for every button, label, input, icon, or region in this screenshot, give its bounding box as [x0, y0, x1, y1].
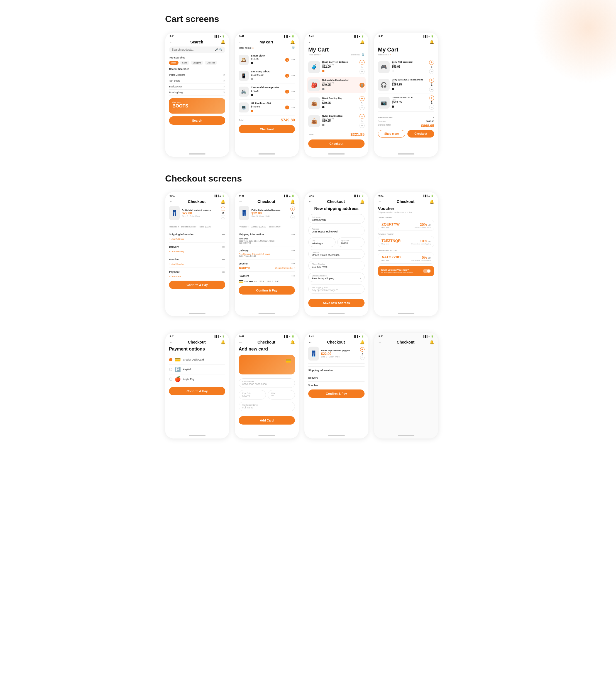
- back-arrow-icon[interactable]: ←: [308, 40, 312, 44]
- mic-icon[interactable]: 🎤: [215, 48, 218, 51]
- tag-joggers[interactable]: Joggers: [191, 61, 203, 65]
- bell-icon[interactable]: 🔔: [290, 199, 295, 204]
- voucher-card-2[interactable]: T3EZTNQR Daily used 10% off Discount on …: [378, 236, 434, 247]
- decrement-button[interactable]: −: [221, 215, 225, 219]
- search-button[interactable]: Search: [169, 116, 225, 125]
- more-options-icon[interactable]: •••: [291, 262, 295, 266]
- tag-dresses[interactable]: Dresses: [205, 61, 217, 65]
- more-options-icon[interactable]: •••: [291, 74, 295, 78]
- save-address-button[interactable]: Save new Address: [308, 299, 365, 307]
- back-arrow-icon[interactable]: ←: [308, 340, 312, 344]
- increment-button[interactable]: +: [290, 207, 295, 211]
- more-options-icon[interactable]: •••: [291, 90, 295, 94]
- remove-icon[interactable]: ✕: [223, 79, 225, 82]
- back-arrow-icon[interactable]: ←: [308, 199, 312, 204]
- confirm-pay-button[interactable]: Confirm & Pay: [169, 281, 225, 289]
- increment-button[interactable]: +: [360, 96, 365, 101]
- bell-icon[interactable]: 🔔: [290, 340, 295, 344]
- card-number-field[interactable]: Card Number 0000 0000 0000 0000: [239, 378, 295, 388]
- city-field[interactable]: City Wilmington: [308, 237, 335, 247]
- voucher-card-1[interactable]: ZQERTYW Daily used 20% off Discount on t…: [378, 220, 434, 231]
- increment-button[interactable]: +: [429, 60, 434, 65]
- back-arrow-icon[interactable]: ←: [378, 199, 382, 204]
- zip-field[interactable]: Zip Code 28405: [337, 237, 365, 247]
- radio-button[interactable]: [169, 378, 172, 381]
- shipping-method-field[interactable]: Shipping Method Free 2-day shipping ▾: [308, 272, 365, 282]
- more-options-icon[interactable]: •••: [222, 270, 225, 274]
- increment-button[interactable]: +: [429, 95, 434, 100]
- remove-icon[interactable]: ✕: [223, 91, 225, 94]
- delete-button[interactable]: 🗑️: [360, 83, 365, 88]
- decrement-button[interactable]: −: [429, 69, 434, 74]
- increment-button[interactable]: +: [221, 207, 225, 211]
- increment-button[interactable]: +: [360, 60, 365, 65]
- add-card-link[interactable]: + Add Card: [169, 275, 225, 278]
- increment-button[interactable]: +: [360, 114, 365, 119]
- voucher-card-3[interactable]: AATOZZ9O Daily used 5% off Discount on t…: [378, 253, 434, 264]
- search-icon[interactable]: 🔍: [219, 48, 222, 51]
- phone-field[interactable]: Phone Number 910-620-4045: [308, 261, 365, 270]
- bell-icon[interactable]: 🔔: [360, 199, 365, 204]
- remove-icon[interactable]: ✕: [223, 74, 225, 76]
- payment-option-card[interactable]: 💳 Credit / Debit Card: [169, 355, 225, 365]
- tag-bags[interactable]: Bags: [169, 61, 178, 65]
- exp-field[interactable]: Exp. Date MM/YY: [239, 390, 266, 399]
- decrement-button[interactable]: −: [429, 87, 434, 92]
- back-arrow-icon[interactable]: ←: [378, 40, 382, 44]
- cvv-field[interactable]: CVV •••: [268, 390, 295, 399]
- increment-button[interactable]: +: [360, 347, 365, 352]
- more-options-icon[interactable]: •••: [291, 233, 295, 236]
- more-options-icon[interactable]: •••: [222, 233, 225, 236]
- shipping-note-field[interactable]: Add shipping note Any special message ?: [308, 284, 365, 294]
- bell-icon[interactable]: 🔔: [221, 40, 225, 44]
- email-toggle[interactable]: [423, 269, 431, 273]
- decrement-button[interactable]: −: [360, 355, 365, 360]
- increment-button[interactable]: +: [429, 78, 434, 83]
- decrement-button[interactable]: −: [360, 123, 365, 128]
- remove-icon[interactable]: ✕: [223, 85, 225, 88]
- back-arrow-icon[interactable]: ←: [169, 340, 173, 344]
- tag-suits[interactable]: Suits: [180, 61, 189, 65]
- bell-icon[interactable]: 🔔: [360, 340, 365, 344]
- shop-more-button[interactable]: Shop more: [378, 130, 405, 138]
- search-input[interactable]: [172, 48, 215, 51]
- checkout-button[interactable]: Checkout: [239, 125, 295, 133]
- back-arrow-icon[interactable]: ←: [169, 199, 173, 204]
- bell-icon[interactable]: 🔔: [429, 199, 434, 204]
- back-arrow-icon[interactable]: ←: [239, 340, 242, 344]
- add-card-button[interactable]: Add Card: [239, 416, 295, 425]
- back-arrow-icon[interactable]: ←: [239, 199, 242, 204]
- bell-icon[interactable]: 🔔: [221, 199, 225, 204]
- add-voucher-link[interactable]: + Add Voucher: [169, 263, 225, 265]
- promo-banner[interactable]: Get urs BOOTS ›: [169, 98, 225, 114]
- address-field[interactable]: Address 2555 Happy Hollow Rd: [308, 226, 365, 235]
- more-options-icon[interactable]: •••: [222, 245, 225, 249]
- payment-option-apple[interactable]: 🍎 Apple Pay: [169, 375, 225, 384]
- country-field[interactable]: Country United States of America: [308, 249, 365, 259]
- more-options-icon[interactable]: •••: [222, 257, 225, 262]
- decrement-button[interactable]: −: [429, 105, 434, 110]
- use-another-voucher-link[interactable]: Use another voucher >: [275, 267, 295, 269]
- back-arrow-icon[interactable]: ←: [169, 40, 173, 44]
- card-name-field[interactable]: Cardholder Name Full name: [239, 402, 295, 411]
- more-options-icon[interactable]: •••: [291, 249, 295, 253]
- confirm-pay-button[interactable]: Confirm & Pay: [239, 286, 295, 295]
- back-arrow-icon[interactable]: ←: [378, 340, 382, 344]
- bell-icon[interactable]: 🔔: [429, 40, 434, 44]
- confirm-pay-button[interactable]: Confirm & Pay: [169, 387, 225, 395]
- more-options-icon[interactable]: •••: [291, 58, 295, 62]
- trash-icon[interactable]: 🗑️: [292, 47, 295, 49]
- radio-button[interactable]: [169, 368, 172, 371]
- decrement-button[interactable]: −: [360, 69, 365, 74]
- full-name-field[interactable]: Full Name Sarah Smith: [308, 214, 365, 224]
- more-options-icon[interactable]: •••: [291, 106, 295, 109]
- confirm-pay-button[interactable]: Confirm & Pay: [308, 390, 365, 398]
- delete-all-label[interactable]: Delete all 🗑️: [351, 53, 365, 56]
- checkout-button[interactable]: Checkout: [407, 130, 434, 138]
- decrement-button[interactable]: −: [290, 215, 295, 219]
- add-delivery-link[interactable]: + Add Delivery: [169, 250, 225, 253]
- bell-icon[interactable]: 🔔: [221, 340, 225, 344]
- bell-icon[interactable]: 🔔: [360, 40, 365, 44]
- more-options-icon[interactable]: •••: [291, 274, 295, 278]
- decrement-button[interactable]: −: [360, 105, 365, 110]
